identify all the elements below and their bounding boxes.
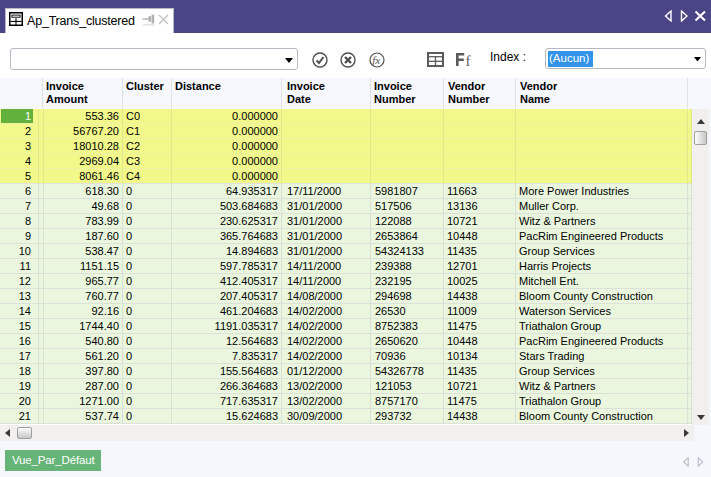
svg-text:f: f — [466, 53, 471, 68]
svg-text:fx: fx — [372, 54, 380, 66]
